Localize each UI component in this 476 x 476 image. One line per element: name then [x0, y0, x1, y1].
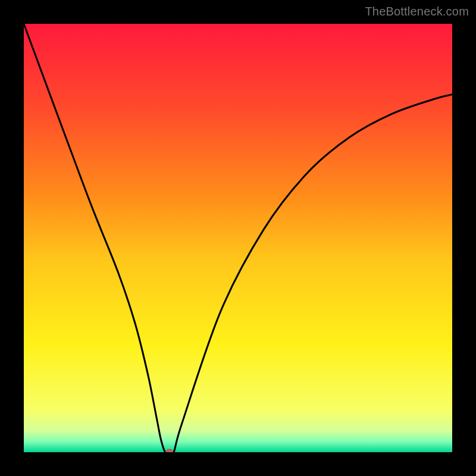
- chart-plot: [24, 24, 452, 452]
- chart-container: TheBottleneck.com: [0, 0, 476, 476]
- chart-background: [24, 24, 452, 452]
- watermark-label: TheBottleneck.com: [365, 5, 469, 18]
